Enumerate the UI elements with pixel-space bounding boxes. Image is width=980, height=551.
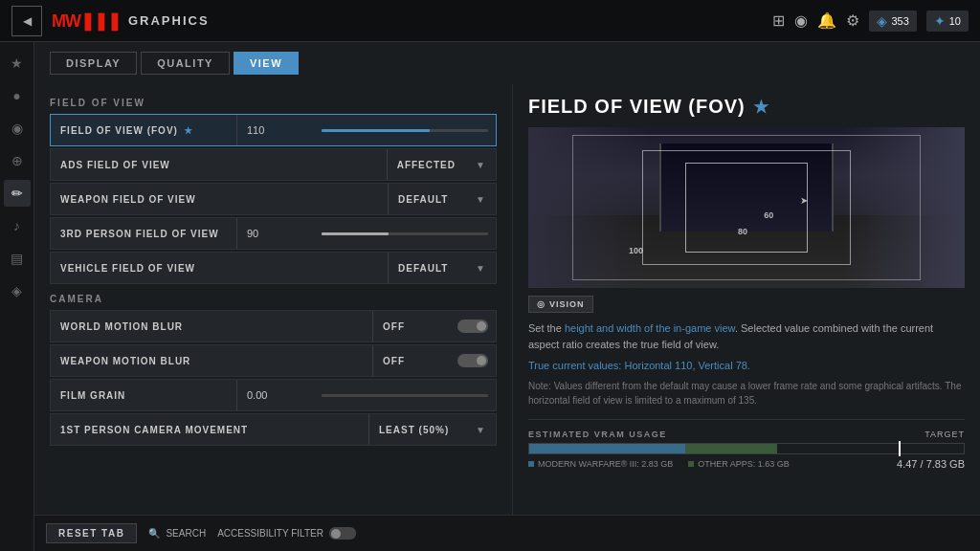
third-fov-value: 90 [237,228,314,239]
tabs-bar: DISPLAY QUALITY VIEW [34,42,980,84]
currency-value: 353 [891,15,908,27]
content-area: FIELD OF VIEW FIELD OF VIEW (FOV) ★ 110 [34,84,980,551]
back-button[interactable]: ◀ [11,6,42,36]
ads-fov-value: AFFECTED [388,160,465,170]
ads-dropdown-arrow[interactable]: ▼ [465,160,496,170]
accessibility-toggle[interactable] [329,527,356,540]
third-slider-track [322,232,488,235]
header-icons: ⊞ ◉ 🔔 ⚙ ◈ 353 ✦ 10 [772,11,969,32]
note-text: Note: Values different from the default … [528,379,965,408]
camera-movement-value: LEAST (50%) [369,425,465,435]
vram-total: 4.47 / 7.83 GB [897,458,965,470]
vehicle-value-text: DEFAULT [398,263,448,274]
fov-slider-fill [322,129,430,132]
vram-mw-text: MODERN WARFARE® III: 2.83 GB [538,459,673,469]
sidebar-dot[interactable]: ● [4,82,31,109]
world-blur-value: OFF [373,321,450,332]
ads-fov-label-text: ADS FIELD OF VIEW [60,160,170,170]
tab-quality[interactable]: QUALITY [141,52,230,75]
weapon-dropdown-arrow[interactable]: ▼ [465,194,496,205]
headset-icon[interactable]: ◉ [794,11,808,30]
sidebar-graphics[interactable]: ✏ [4,180,31,207]
bottom-bar: RESET TAB 🔍 SEARCH ACCESSIBILITY FILTER [34,515,980,551]
fov-label: FIELD OF VIEW (FOV) ★ [51,125,236,136]
camera-movement-value-text: LEAST (50%) [379,425,449,435]
ads-value-text: AFFECTED [397,160,456,170]
game-logo: MW❚❚❚ [52,11,121,32]
fov-label-60: 60 [764,210,773,220]
search-button[interactable]: 🔍 SEARCH [148,528,206,539]
sidebar-circle[interactable]: ◉ [4,115,31,142]
accessibility-filter[interactable]: ACCESSIBILITY FILTER [217,527,356,540]
grid-icon[interactable]: ⊞ [772,11,785,30]
camera-section-label: CAMERA [50,294,497,304]
fov-setting-row[interactable]: FIELD OF VIEW (FOV) ★ 110 [50,114,497,146]
vram-fill-mw [529,444,685,453]
weapon-fov-row[interactable]: WEAPON FIELD OF VIEW DEFAULT ▼ [50,183,497,215]
vram-legend: MODERN WARFARE® III: 2.83 GB OTHER APPS:… [528,459,790,469]
panel-title-star: ★ [753,97,769,118]
film-grain-slider-track [322,394,488,397]
vram-label: ESTIMATED VRAM USAGE [528,430,667,439]
tab-display[interactable]: DISPLAY [50,52,137,75]
weapon-blur-label: WEAPON MOTION BLUR [51,356,372,366]
settings-icon[interactable]: ⚙ [846,11,859,30]
world-blur-toggle[interactable] [457,320,488,333]
third-fov-row[interactable]: 3RD PERSON FIELD OF VIEW 90 [50,217,497,250]
fov-label-80: 80 [738,227,747,236]
xp-value: 10 [949,15,961,27]
xp-display: ✦ 10 [926,11,969,32]
weapon-blur-toggle[interactable] [457,354,488,367]
world-blur-row[interactable]: WORLD MOTION BLUR OFF [50,310,497,342]
accessibility-label: ACCESSIBILITY FILTER [217,528,323,539]
camera-movement-arrow[interactable]: ▼ [465,425,496,435]
sidebar-badge[interactable]: ◈ [4,277,31,304]
weapon-blur-row[interactable]: WEAPON MOTION BLUR OFF [50,344,497,377]
film-grain-value: 0.00 [237,389,314,401]
vram-target-label: TARGET [924,430,965,439]
weapon-blur-value: OFF [373,356,450,366]
third-slider-fill [322,232,389,235]
world-blur-knob [477,321,486,331]
header: ◀ MW❚❚❚ GRAPHICS ⊞ ◉ 🔔 ⚙ ◈ 353 ✦ 10 [0,0,980,42]
sidebar-audio[interactable]: ♪ [4,212,31,239]
film-grain-row[interactable]: FILM GRAIN 0.00 [50,379,497,411]
back-icon: ◀ [23,14,32,28]
vram-legend-mw: MODERN WARFARE® III: 2.83 GB [528,459,673,469]
fov-label-text: FIELD OF VIEW (FOV) [60,125,178,136]
weapon-fov-value: DEFAULT [389,194,465,205]
fov-star-icon: ★ [184,125,193,136]
camera-movement-label: 1ST PERSON CAMERA MOVEMENT [51,425,368,435]
vehicle-dropdown-arrow[interactable]: ▼ [465,263,496,274]
vram-bar [528,443,965,454]
fov-slider-track [322,129,488,132]
sidebar-controller[interactable]: ⊕ [4,147,31,174]
search-icon: 🔍 [148,528,160,539]
panel-title-text: FIELD OF VIEW (FOV) [528,96,746,118]
vram-header: ESTIMATED VRAM USAGE TARGET [528,430,965,439]
camera-movement-label-text: 1ST PERSON CAMERA MOVEMENT [60,425,248,435]
bell-icon[interactable]: 🔔 [817,11,836,30]
vehicle-fov-label-text: VEHICLE FIELD OF VIEW [60,263,195,274]
vehicle-fov-row[interactable]: VEHICLE FIELD OF VIEW DEFAULT ▼ [50,252,497,284]
film-grain-value-text: 0.00 [247,389,267,401]
third-fov-label: 3RD PERSON FIELD OF VIEW [51,229,236,239]
vehicle-fov-value: DEFAULT [389,263,465,274]
ads-fov-row[interactable]: ADS FIELD OF VIEW AFFECTED ▼ [50,148,497,181]
sidebar-star[interactable]: ★ [4,50,31,77]
film-grain-slider[interactable] [314,394,496,397]
fov-slider[interactable] [314,129,496,132]
vehicle-fov-label: VEHICLE FIELD OF VIEW [51,263,388,274]
sidebar-list[interactable]: ▤ [4,245,31,272]
camera-movement-row[interactable]: 1ST PERSON CAMERA MOVEMENT LEAST (50%) ▼ [50,413,497,446]
vram-fill-other [685,444,776,453]
vram-other-text: OTHER APPS: 1.63 GB [698,459,790,469]
reset-tab-button[interactable]: RESET TAB [46,523,137,543]
description-text: Set the height and width of the in-game … [528,320,965,352]
fov-value-text: 110 [247,124,264,136]
tab-view[interactable]: VIEW [234,52,299,75]
vram-dot-mw [528,461,534,467]
vision-badge: ◎ VISION [528,296,593,313]
third-slider[interactable] [314,232,496,235]
weapon-fov-label: WEAPON FIELD OF VIEW [51,194,388,205]
